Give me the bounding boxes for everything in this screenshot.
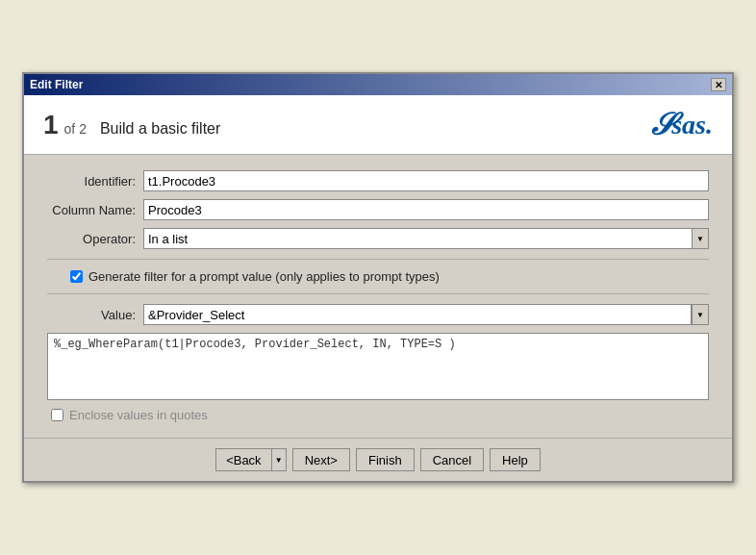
value-input-wrapper: ▼ [143,304,709,325]
title-bar: Edit Filter ✕ [24,74,732,95]
divider-1 [47,259,709,260]
sas-logo: 𝒮 sas. [650,107,713,142]
enclose-row: Enclose values in quotes [51,408,709,422]
column-name-label: Column Name: [47,203,143,217]
finish-button[interactable]: Finish [356,448,415,471]
close-button[interactable]: ✕ [711,78,726,91]
wizard-header: 1 of 2 Build a basic filter 𝒮 sas. [24,95,732,155]
enclose-checkbox[interactable] [51,409,63,421]
window-title: Edit Filter [30,78,83,91]
value-dropdown-icon[interactable]: ▼ [692,304,709,325]
step-title: Build a basic filter [100,120,220,138]
value-row: Value: ▼ [47,304,709,325]
next-button[interactable]: Next> [292,448,350,471]
operator-row: Operator: In a list Equal to Not equal t… [47,228,709,249]
logo-s-icon: 𝒮 [650,107,671,142]
edit-filter-window: Edit Filter ✕ 1 of 2 Build a basic filte… [22,72,734,483]
enclose-label: Enclose values in quotes [69,408,208,422]
identifier-input[interactable] [143,170,709,191]
column-name-input[interactable] [143,199,709,220]
column-name-row: Column Name: [47,199,709,220]
value-input[interactable] [143,304,692,325]
step-of: of 2 [64,121,87,137]
step-number: 1 [43,112,59,139]
form-content: Identifier: Column Name: Operator: In a … [24,155,732,438]
back-button-group: <Back ▼ [215,448,287,471]
generate-filter-label: Generate filter for a prompt value (only… [88,269,440,284]
operator-label: Operator: [47,232,143,246]
preview-box: %_eg_WhereParam(t1|Procode3, Provider_Se… [47,333,709,400]
back-button[interactable]: <Back [215,448,271,471]
value-label: Value: [47,308,143,322]
identifier-label: Identifier: [47,174,143,189]
operator-select[interactable]: In a list Equal to Not equal to Greater … [143,228,709,249]
generate-filter-checkbox[interactable] [70,270,83,283]
help-button[interactable]: Help [490,448,541,471]
divider-2 [47,293,709,294]
operator-select-wrapper: In a list Equal to Not equal to Greater … [143,228,709,249]
identifier-row: Identifier: [47,170,709,191]
back-dropdown-icon[interactable]: ▼ [271,448,287,471]
generate-filter-row: Generate filter for a prompt value (only… [70,269,709,284]
logo-text: sas. [671,110,713,140]
wizard-step-info: 1 of 2 Build a basic filter [43,112,220,139]
cancel-button[interactable]: Cancel [420,448,484,471]
preview-text: %_eg_WhereParam(t1|Procode3, Provider_Se… [54,338,456,351]
wizard-footer: <Back ▼ Next> Finish Cancel Help [24,438,732,481]
